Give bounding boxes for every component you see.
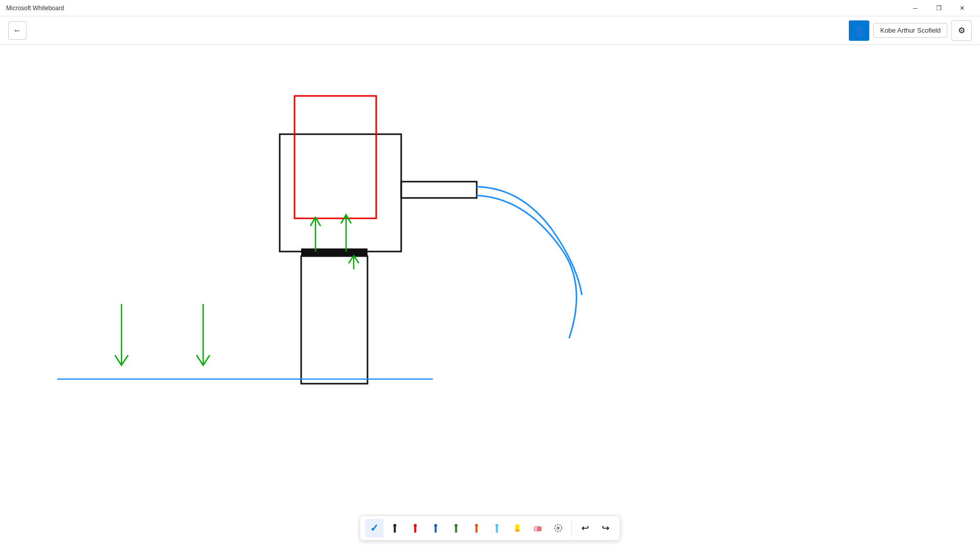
minimize-button[interactable]: ─	[903, 0, 927, 16]
pen-blue-button[interactable]	[427, 519, 445, 537]
window-controls: ─ ❐ ✕	[903, 0, 974, 16]
pen-red-button[interactable]	[406, 519, 425, 537]
toolbar: ✓	[360, 515, 621, 541]
svg-rect-20	[476, 527, 478, 533]
pen-black-icon	[389, 522, 401, 534]
lasso-button[interactable]	[549, 519, 568, 537]
eraser-button[interactable]	[529, 519, 547, 537]
svg-rect-14	[414, 527, 416, 533]
svg-rect-0	[280, 134, 401, 252]
pen-orange-button[interactable]	[468, 519, 486, 537]
settings-icon: ⚙	[958, 26, 965, 35]
pen-black-button[interactable]	[386, 519, 404, 537]
svg-rect-24	[516, 530, 520, 532]
user-name-label: Kobe Arthur Scofield	[880, 27, 941, 34]
redo-icon: ↪	[602, 522, 609, 534]
lasso-icon	[553, 522, 564, 534]
svg-rect-16	[435, 527, 437, 533]
undo-button[interactable]: ↩	[576, 519, 595, 537]
restore-button[interactable]: ❐	[927, 0, 950, 16]
back-button[interactable]: ←	[8, 21, 27, 40]
header: ← 👤 Kobe Arthur Scofield ⚙	[0, 16, 980, 45]
svg-point-28	[557, 527, 559, 529]
app-title: Microsoft Whiteboard	[6, 5, 64, 12]
select-tool-button[interactable]: ✓	[365, 519, 384, 537]
close-button[interactable]: ✕	[950, 0, 974, 16]
svg-rect-26	[537, 527, 542, 531]
svg-rect-22	[496, 527, 498, 533]
eraser-icon	[532, 522, 544, 534]
user-icon: 👤	[853, 25, 865, 36]
pen-blue-icon	[430, 522, 442, 534]
user-name-button[interactable]: Kobe Arthur Scofield	[873, 23, 947, 38]
whiteboard-svg	[0, 45, 980, 551]
settings-button[interactable]: ⚙	[951, 20, 972, 41]
canvas-area[interactable]	[0, 45, 980, 551]
pen-lightblue-button[interactable]	[488, 519, 506, 537]
header-right: 👤 Kobe Arthur Scofield ⚙	[849, 20, 972, 41]
pen-orange-icon	[471, 522, 482, 534]
svg-rect-18	[455, 527, 457, 533]
title-bar: Microsoft Whiteboard ─ ❐ ✕	[0, 0, 980, 16]
redo-button[interactable]: ↪	[597, 519, 615, 537]
pen-lightblue-icon	[492, 522, 503, 534]
svg-rect-1	[295, 96, 376, 218]
svg-rect-2	[301, 248, 368, 256]
pen-green-button[interactable]	[447, 519, 465, 537]
user-avatar-button[interactable]: 👤	[849, 20, 869, 41]
highlighter-icon	[512, 522, 523, 534]
highlighter-button[interactable]	[508, 519, 527, 537]
pen-green-icon	[451, 522, 462, 534]
pen-red-icon	[410, 522, 421, 534]
svg-point-27	[555, 524, 562, 532]
back-icon: ←	[13, 26, 21, 35]
toolbar-divider	[572, 521, 572, 535]
svg-rect-12	[394, 527, 396, 533]
undo-icon: ↩	[581, 522, 589, 534]
svg-rect-4	[401, 182, 477, 198]
svg-rect-3	[301, 256, 368, 384]
